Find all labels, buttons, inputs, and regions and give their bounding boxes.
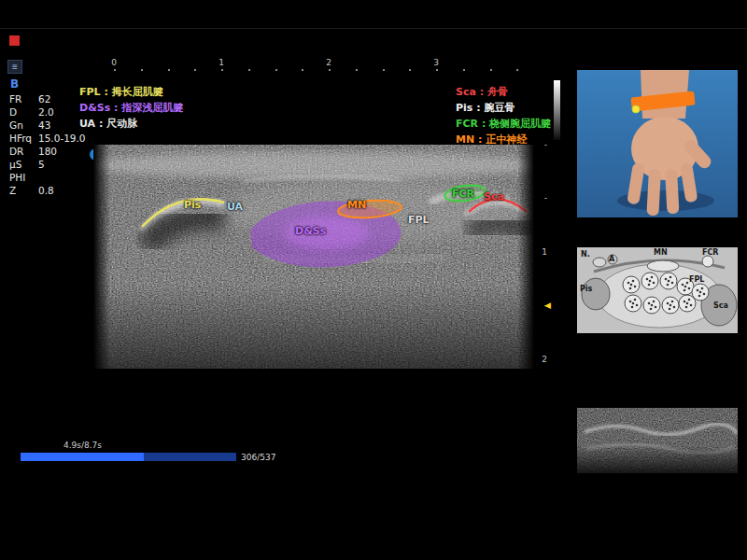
param-label: PHI <box>9 171 38 184</box>
annotation-dss: D&Ss <box>295 225 326 237</box>
diagram-label-fpl: FPL <box>689 275 704 284</box>
param-value: 15.0-19.0 <box>38 132 86 145</box>
playback-time: 4.9s/8.7s <box>63 441 102 450</box>
ruler-tick-label: 1 <box>218 58 224 67</box>
legend-item: Sca : 舟骨 <box>456 84 551 100</box>
ultrasound-render <box>93 145 534 425</box>
menu-button[interactable]: ≡ <box>7 60 22 74</box>
legend-item: D&Ss : 指深浅屈肌腱 <box>79 100 183 116</box>
ruler-tick-label: 3 <box>433 58 439 67</box>
param-row: D2.0 <box>9 105 86 119</box>
annotation-sca: Sca <box>484 190 504 203</box>
legend-left: FPL : 拇长屈肌腱 D&Ss : 指深浅屈肌腱 UA : 尺动脉 <box>79 84 183 132</box>
recording-indicator-icon <box>9 35 20 46</box>
legend-item: UA : 尺动脉 <box>79 116 183 132</box>
ruler-tick-label: - <box>544 140 547 149</box>
playback-progressbar[interactable] <box>21 453 236 461</box>
ruler-tick-label: 0 <box>111 58 117 67</box>
grayscale-bar <box>554 80 560 140</box>
thumbnail-reference-photo[interactable] <box>577 70 738 217</box>
param-label: HFrq <box>9 132 38 145</box>
anatomy-diagram-render <box>577 247 738 333</box>
top-separator <box>0 28 747 29</box>
annotation-ua: UA <box>227 201 243 213</box>
mode-label: B <box>10 77 19 91</box>
param-value: 5 <box>38 158 45 171</box>
diagram-label-pis: Pis <box>580 285 592 293</box>
ultrasound-app: ≡ B FR62 D2.0 Gn43 HFrq15.0-19.0 DR180 μ… <box>0 0 747 560</box>
ruler-tick-label: - <box>544 193 547 203</box>
ultrasound-image[interactable]: Pis UA D&Ss MN FPL FCR Sca <box>93 145 534 425</box>
menu-icon: ≡ <box>12 62 18 72</box>
param-value: 0.8 <box>38 184 54 197</box>
thumbnail-ultrasound-render <box>577 408 738 481</box>
legend-right: Sca : 舟骨 Pis : 腕豆骨 FCR : 桡侧腕屈肌腱 MN : 正中神… <box>456 84 551 147</box>
param-row: Z0.8 <box>9 184 86 197</box>
diagram-label-fcr: FCR <box>702 248 719 257</box>
param-label: DR <box>9 145 38 158</box>
annotation-fcr: FCR <box>452 188 474 200</box>
diagram-label-a: A <box>609 255 614 263</box>
param-value: 2.0 <box>38 105 54 119</box>
legend-item: FCR : 桡侧腕屈肌腱 <box>456 116 551 132</box>
param-value: 180 <box>38 145 57 158</box>
param-label: D <box>9 105 38 119</box>
annotation-mn: MN <box>347 199 366 211</box>
diagram-label-n: N. <box>581 250 590 259</box>
param-row: PHI <box>9 171 86 184</box>
param-value: 43 <box>38 119 50 132</box>
ruler-tick-label: 2 <box>326 58 331 67</box>
param-row: FR62 <box>9 92 86 105</box>
ruler-vertical: - - 1 - 2 <box>534 140 551 369</box>
hand-photo-render <box>577 70 738 217</box>
param-row: μS5 <box>9 158 86 171</box>
ruler-horizontal: 0 1 2 3 <box>109 58 541 72</box>
frame-counter: 306/537 <box>241 453 275 462</box>
legend-item: Pis : 腕豆骨 <box>456 100 551 116</box>
legend-item: FPL : 拇长屈肌腱 <box>79 84 183 100</box>
annotation-pis: Pis <box>184 199 201 211</box>
ruler-horizontal-ticks <box>114 69 532 71</box>
param-label: μS <box>9 158 38 171</box>
param-value: 62 <box>38 92 50 105</box>
thumbnail-anatomy-diagram[interactable]: N. A MN FCR Pis FPL Sca <box>577 247 738 333</box>
param-row: HFrq15.0-19.0 <box>9 132 86 145</box>
thumbnail-ultrasound[interactable] <box>577 408 738 481</box>
param-label: FR <box>9 92 38 105</box>
param-row: Gn43 <box>9 119 86 132</box>
annotation-fpl: FPL <box>408 214 430 226</box>
parameter-panel: FR62 D2.0 Gn43 HFrq15.0-19.0 DR180 μS5 P… <box>9 92 86 197</box>
ruler-tick-label: 2 <box>542 355 547 364</box>
param-label: Gn <box>9 119 38 132</box>
focus-marker-icon[interactable]: ◀ <box>544 301 551 310</box>
ruler-tick-label: 1 <box>542 247 547 257</box>
playback-progress-fill <box>21 453 144 461</box>
diagram-label-sca: Sca <box>713 301 728 310</box>
param-label: Z <box>9 184 38 197</box>
param-row: DR180 <box>9 145 86 158</box>
diagram-label-mn: MN <box>654 248 668 257</box>
